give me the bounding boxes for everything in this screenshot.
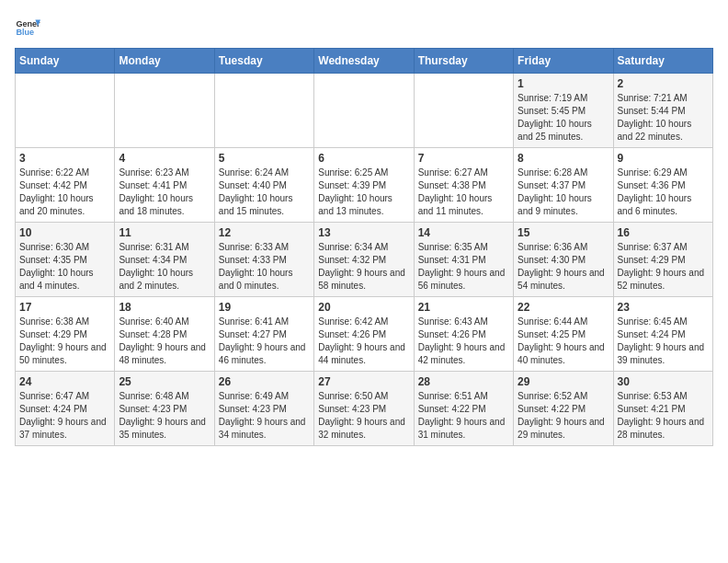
day-info: Sunrise: 6:30 AM Sunset: 4:35 PM Dayligh… bbox=[19, 241, 110, 293]
day-number: 18 bbox=[119, 301, 210, 314]
calendar-cell: 23Sunrise: 6:45 AM Sunset: 4:24 PM Dayli… bbox=[613, 297, 712, 372]
calendar-cell: 5Sunrise: 6:24 AM Sunset: 4:40 PM Daylig… bbox=[214, 148, 313, 223]
day-info: Sunrise: 6:50 AM Sunset: 4:23 PM Dayligh… bbox=[318, 390, 409, 442]
calendar-week-row: 24Sunrise: 6:47 AM Sunset: 4:24 PM Dayli… bbox=[16, 372, 713, 446]
day-number: 4 bbox=[119, 152, 210, 165]
calendar-cell: 16Sunrise: 6:37 AM Sunset: 4:29 PM Dayli… bbox=[613, 223, 712, 297]
calendar-cell: 10Sunrise: 6:30 AM Sunset: 4:35 PM Dayli… bbox=[16, 223, 115, 297]
calendar-cell: 22Sunrise: 6:44 AM Sunset: 4:25 PM Dayli… bbox=[514, 297, 613, 372]
calendar-cell: 14Sunrise: 6:35 AM Sunset: 4:31 PM Dayli… bbox=[414, 223, 513, 297]
logo-icon: General Blue bbox=[15, 15, 40, 40]
day-number: 29 bbox=[518, 375, 609, 388]
day-number: 15 bbox=[518, 226, 609, 239]
calendar-cell: 4Sunrise: 6:23 AM Sunset: 4:41 PM Daylig… bbox=[115, 148, 214, 223]
day-info: Sunrise: 6:45 AM Sunset: 4:24 PM Dayligh… bbox=[618, 316, 709, 367]
calendar-cell bbox=[214, 74, 313, 148]
calendar-cell: 17Sunrise: 6:38 AM Sunset: 4:29 PM Dayli… bbox=[16, 297, 115, 372]
day-info: Sunrise: 6:42 AM Sunset: 4:26 PM Dayligh… bbox=[318, 316, 409, 367]
day-info: Sunrise: 6:52 AM Sunset: 4:22 PM Dayligh… bbox=[518, 390, 609, 442]
day-info: Sunrise: 6:29 AM Sunset: 4:36 PM Dayligh… bbox=[618, 167, 709, 218]
day-number: 7 bbox=[418, 152, 509, 165]
weekday-header-tuesday: Tuesday bbox=[214, 49, 313, 74]
calendar-cell: 9Sunrise: 6:29 AM Sunset: 4:36 PM Daylig… bbox=[613, 148, 712, 223]
day-number: 14 bbox=[418, 226, 509, 239]
calendar-cell: 2Sunrise: 7:21 AM Sunset: 5:44 PM Daylig… bbox=[613, 74, 712, 148]
day-number: 30 bbox=[618, 375, 709, 388]
calendar-cell: 12Sunrise: 6:33 AM Sunset: 4:33 PM Dayli… bbox=[214, 223, 313, 297]
day-number: 25 bbox=[119, 375, 210, 388]
calendar-cell: 3Sunrise: 6:22 AM Sunset: 4:42 PM Daylig… bbox=[16, 148, 115, 223]
calendar-week-row: 10Sunrise: 6:30 AM Sunset: 4:35 PM Dayli… bbox=[16, 223, 713, 297]
calendar-cell bbox=[414, 74, 513, 148]
day-info: Sunrise: 6:38 AM Sunset: 4:29 PM Dayligh… bbox=[19, 316, 110, 367]
day-number: 10 bbox=[19, 226, 110, 239]
day-info: Sunrise: 6:23 AM Sunset: 4:41 PM Dayligh… bbox=[119, 167, 210, 218]
day-number: 2 bbox=[618, 77, 709, 90]
day-number: 12 bbox=[219, 226, 310, 239]
calendar-cell: 6Sunrise: 6:25 AM Sunset: 4:39 PM Daylig… bbox=[314, 148, 414, 223]
weekday-header-monday: Monday bbox=[115, 49, 214, 74]
calendar-cell: 13Sunrise: 6:34 AM Sunset: 4:32 PM Dayli… bbox=[314, 223, 414, 297]
day-number: 27 bbox=[318, 375, 409, 388]
day-info: Sunrise: 6:25 AM Sunset: 4:39 PM Dayligh… bbox=[318, 167, 409, 218]
weekday-header-wednesday: Wednesday bbox=[314, 49, 414, 74]
day-info: Sunrise: 6:49 AM Sunset: 4:23 PM Dayligh… bbox=[219, 390, 310, 442]
calendar-cell bbox=[115, 74, 214, 148]
day-number: 26 bbox=[219, 375, 310, 388]
calendar-cell: 30Sunrise: 6:53 AM Sunset: 4:21 PM Dayli… bbox=[613, 372, 712, 446]
calendar-cell: 25Sunrise: 6:48 AM Sunset: 4:23 PM Dayli… bbox=[115, 372, 214, 446]
calendar-cell bbox=[16, 74, 115, 148]
calendar-cell: 27Sunrise: 6:50 AM Sunset: 4:23 PM Dayli… bbox=[314, 372, 414, 446]
calendar-week-row: 17Sunrise: 6:38 AM Sunset: 4:29 PM Dayli… bbox=[16, 297, 713, 372]
day-number: 24 bbox=[19, 375, 110, 388]
calendar-cell: 18Sunrise: 6:40 AM Sunset: 4:28 PM Dayli… bbox=[115, 297, 214, 372]
logo: General Blue bbox=[15, 15, 44, 40]
day-number: 3 bbox=[19, 152, 110, 165]
day-info: Sunrise: 6:43 AM Sunset: 4:26 PM Dayligh… bbox=[418, 316, 509, 367]
day-info: Sunrise: 6:31 AM Sunset: 4:34 PM Dayligh… bbox=[119, 241, 210, 293]
calendar-cell: 1Sunrise: 7:19 AM Sunset: 5:45 PM Daylig… bbox=[514, 74, 613, 148]
day-info: Sunrise: 6:28 AM Sunset: 4:37 PM Dayligh… bbox=[518, 167, 609, 218]
page-header: General Blue bbox=[15, 15, 713, 40]
day-number: 16 bbox=[618, 226, 709, 239]
day-number: 1 bbox=[518, 77, 609, 90]
day-info: Sunrise: 6:51 AM Sunset: 4:22 PM Dayligh… bbox=[418, 390, 509, 442]
day-number: 23 bbox=[618, 301, 709, 314]
calendar-week-row: 3Sunrise: 6:22 AM Sunset: 4:42 PM Daylig… bbox=[16, 148, 713, 223]
calendar-cell: 24Sunrise: 6:47 AM Sunset: 4:24 PM Dayli… bbox=[16, 372, 115, 446]
calendar-cell: 19Sunrise: 6:41 AM Sunset: 4:27 PM Dayli… bbox=[214, 297, 313, 372]
day-info: Sunrise: 6:44 AM Sunset: 4:25 PM Dayligh… bbox=[518, 316, 609, 367]
weekday-header-sunday: Sunday bbox=[16, 49, 115, 74]
calendar-cell: 26Sunrise: 6:49 AM Sunset: 4:23 PM Dayli… bbox=[214, 372, 313, 446]
day-number: 28 bbox=[418, 375, 509, 388]
calendar-week-row: 1Sunrise: 7:19 AM Sunset: 5:45 PM Daylig… bbox=[16, 74, 713, 148]
day-number: 11 bbox=[119, 226, 210, 239]
day-number: 8 bbox=[518, 152, 609, 165]
day-info: Sunrise: 6:33 AM Sunset: 4:33 PM Dayligh… bbox=[219, 241, 310, 293]
day-number: 17 bbox=[19, 301, 110, 314]
day-number: 21 bbox=[418, 301, 509, 314]
day-info: Sunrise: 6:41 AM Sunset: 4:27 PM Dayligh… bbox=[219, 316, 310, 367]
calendar-cell: 11Sunrise: 6:31 AM Sunset: 4:34 PM Dayli… bbox=[115, 223, 214, 297]
calendar-cell: 7Sunrise: 6:27 AM Sunset: 4:38 PM Daylig… bbox=[414, 148, 513, 223]
day-info: Sunrise: 6:24 AM Sunset: 4:40 PM Dayligh… bbox=[219, 167, 310, 218]
day-info: Sunrise: 6:35 AM Sunset: 4:31 PM Dayligh… bbox=[418, 241, 509, 293]
day-info: Sunrise: 6:47 AM Sunset: 4:24 PM Dayligh… bbox=[19, 390, 110, 442]
calendar-cell: 29Sunrise: 6:52 AM Sunset: 4:22 PM Dayli… bbox=[514, 372, 613, 446]
calendar-cell: 20Sunrise: 6:42 AM Sunset: 4:26 PM Dayli… bbox=[314, 297, 414, 372]
day-number: 9 bbox=[618, 152, 709, 165]
day-number: 20 bbox=[318, 301, 409, 314]
day-info: Sunrise: 6:53 AM Sunset: 4:21 PM Dayligh… bbox=[618, 390, 709, 442]
day-info: Sunrise: 6:48 AM Sunset: 4:23 PM Dayligh… bbox=[119, 390, 210, 442]
day-number: 22 bbox=[518, 301, 609, 314]
day-info: Sunrise: 6:36 AM Sunset: 4:30 PM Dayligh… bbox=[518, 241, 609, 293]
day-number: 6 bbox=[318, 152, 409, 165]
calendar-cell: 8Sunrise: 6:28 AM Sunset: 4:37 PM Daylig… bbox=[514, 148, 613, 223]
calendar-cell: 21Sunrise: 6:43 AM Sunset: 4:26 PM Dayli… bbox=[414, 297, 513, 372]
weekday-header-thursday: Thursday bbox=[414, 49, 513, 74]
day-info: Sunrise: 7:19 AM Sunset: 5:45 PM Dayligh… bbox=[518, 92, 609, 144]
calendar-cell: 15Sunrise: 6:36 AM Sunset: 4:30 PM Dayli… bbox=[514, 223, 613, 297]
weekday-header-row: SundayMondayTuesdayWednesdayThursdayFrid… bbox=[16, 49, 713, 74]
day-info: Sunrise: 6:34 AM Sunset: 4:32 PM Dayligh… bbox=[318, 241, 409, 293]
weekday-header-saturday: Saturday bbox=[613, 49, 712, 74]
